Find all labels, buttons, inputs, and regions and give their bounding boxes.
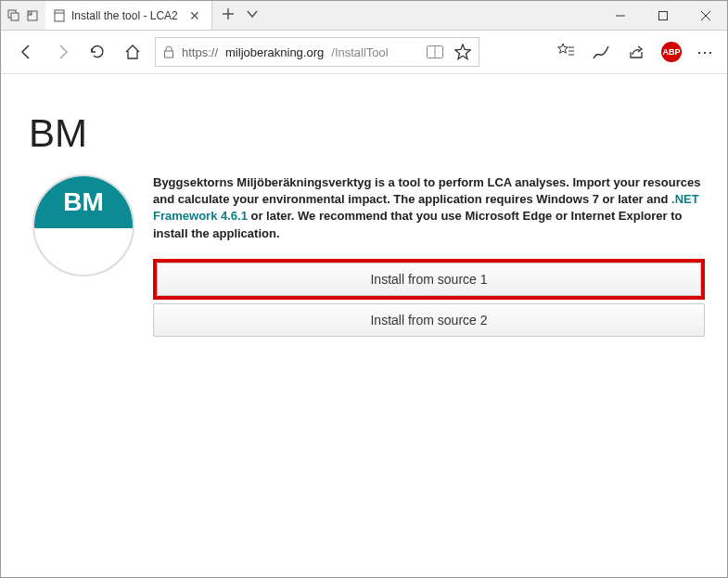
desc-part1: Byggsektorns Miljöberäkningsverktyg is a… [153,175,700,206]
close-button[interactable] [684,1,727,30]
svg-rect-3 [55,10,64,21]
install1-highlight: Install from source 1 [153,259,705,300]
url-scheme: https:// [182,45,218,59]
url-input[interactable]: https://miljoberakning.org/InstallTool [155,37,479,67]
favorites-list-icon[interactable] [556,42,576,62]
refresh-button[interactable] [84,39,110,65]
bm-logo: BM [32,174,134,276]
home-button[interactable] [120,39,146,65]
window-controls [599,1,727,30]
page-title: BM [29,111,705,156]
svg-rect-1 [11,13,19,20]
install-source-1-button[interactable]: Install from source 1 [157,263,701,296]
forward-button[interactable] [49,39,75,65]
page-icon [53,9,66,22]
share-icon[interactable] [626,42,646,62]
svg-marker-15 [558,44,568,53]
page-content: BM BM Byggsektorns Miljöberäkningsverkty… [1,74,727,374]
svg-rect-8 [659,11,668,19]
notes-icon[interactable] [591,42,611,62]
chevron-down-icon[interactable] [246,7,259,24]
set-aside-icon[interactable] [25,8,40,23]
favorite-star-icon[interactable] [454,44,471,60]
maximize-button[interactable] [642,1,684,30]
abp-icon[interactable]: ABP [661,42,682,62]
back-button[interactable] [14,39,40,65]
newtab-group [212,1,268,30]
install-source-2-button[interactable]: Install from source 2 [153,303,705,337]
lock-icon [163,45,174,58]
more-menu-icon[interactable]: ⋯ [696,42,714,62]
titlebar: Install the tool - LCA2 ✕ [1,1,727,31]
multitask-buttons [1,1,45,30]
browser-tab[interactable]: Install the tool - LCA2 ✕ [45,1,212,30]
description: Byggsektorns Miljöberäkningsverktyg is a… [153,174,705,337]
svg-rect-11 [165,51,173,58]
bm-logo-text: BM [63,187,104,217]
reading-view-icon[interactable] [427,45,443,58]
tab-close-icon[interactable]: ✕ [189,8,200,23]
url-domain: miljoberakning.org [225,45,324,59]
tab-title: Install the tool - LCA2 [71,9,178,22]
minimize-button[interactable] [599,1,642,30]
new-tab-button[interactable] [222,7,235,24]
tab-group-icon[interactable] [6,8,21,23]
address-bar: https://miljoberakning.org/InstallTool A… [1,31,727,74]
url-path: /InstallTool [331,45,388,59]
svg-marker-14 [455,45,470,59]
